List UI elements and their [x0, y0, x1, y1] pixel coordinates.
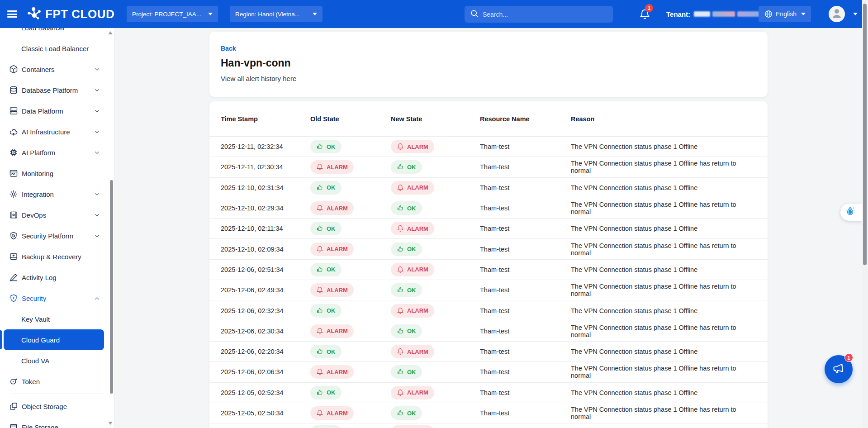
menu-icon[interactable]	[7, 10, 17, 18]
alarm-bell-icon	[397, 225, 404, 232]
sidebar-item-cloud-va[interactable]: Cloud VA	[0, 350, 114, 371]
sidebar-item-devops[interactable]: DevOps	[0, 204, 114, 225]
status-badge-ok: OK	[310, 345, 342, 358]
language-selector[interactable]: English	[759, 6, 811, 22]
search-box[interactable]	[465, 6, 613, 23]
topbar: FPT CLOUD Project: PROJECT_IAA... Region…	[0, 0, 868, 28]
fpt-cloud-logo[interactable]: FPT CLOUD	[26, 5, 114, 23]
page-scrollbar-thumb[interactable]	[863, 4, 867, 265]
cell-old-state: ALARM	[310, 406, 391, 420]
table-header: Time Stamp Old State New State Resource …	[209, 101, 768, 137]
assistant-widget[interactable]	[840, 204, 862, 221]
badge-label: OK	[407, 205, 416, 212]
sidebar-item-ai-platform[interactable]: AI Platform	[0, 142, 114, 163]
view-all-alert-history-link[interactable]: View all alert history here	[221, 75, 756, 82]
sidebar-item-key-vault[interactable]: Key Vault	[0, 309, 114, 329]
cell-old-state: OK	[310, 222, 391, 235]
sidebar-item-label: Security Platform	[22, 232, 73, 240]
sidebar-item-integration[interactable]: Integration	[0, 184, 114, 204]
badge-label: ALARM	[407, 389, 428, 396]
cell-old-state: ALARM	[310, 283, 391, 297]
cell-reason: The VPN Connection status phase 1 Offlin…	[571, 365, 756, 379]
sidebar-scroll-up-icon[interactable]	[108, 31, 113, 34]
water-drop-icon	[845, 206, 856, 219]
cell-reason: The VPN Connection status phase 1 Offlin…	[571, 201, 756, 215]
sidebar-item-token[interactable]: Token	[0, 371, 114, 392]
cell-reason: The VPN Connection status phase 1 Offlin…	[571, 242, 756, 257]
sidebar-item-containers[interactable]: Containers	[0, 59, 114, 80]
sidebar-item-data-platform[interactable]: Data Platform	[0, 100, 114, 121]
sidebar-item-object-storage[interactable]: Object Storage	[0, 396, 114, 417]
badge-label: ALARM	[407, 143, 428, 150]
cell-reason: The VPN Connection status phase 1 Offlin…	[571, 307, 756, 314]
table-row: 2025-12-06, 02:32:34OKALARMTham-testThe …	[209, 300, 768, 321]
sidebar-item-security[interactable]: Security	[0, 288, 114, 309]
status-badge-alarm: ALARM	[391, 386, 434, 399]
sidebar-scrollbar-thumb[interactable]	[110, 180, 113, 394]
user-avatar[interactable]	[829, 6, 845, 22]
cell-time-stamp: 2025-12-05, 02:50:34	[221, 409, 310, 417]
caret-down-icon[interactable]	[853, 13, 858, 15]
sidebar-item-ai-infrastructure[interactable]: AI Infrastructure	[0, 121, 114, 142]
cell-new-state: OK	[391, 406, 480, 420]
cell-new-state: OK	[391, 201, 480, 215]
chevron-down-icon	[92, 148, 101, 157]
alarm-bell-icon	[316, 246, 323, 253]
status-badge-ok: OK	[310, 181, 342, 195]
sidebar-item-label: File Storage	[22, 423, 58, 428]
sidebar-item-label: AI Platform	[22, 149, 55, 157]
badge-label: OK	[407, 164, 416, 171]
sidebar-scroll-down-icon[interactable]	[108, 422, 113, 425]
status-badge-alarm: ALARM	[391, 345, 434, 358]
page-title: Han-vpn-conn	[221, 57, 756, 69]
sidebar-item-security-platform[interactable]: Security Platform	[0, 225, 114, 246]
cell-old-state: ALARM	[310, 324, 391, 338]
alarm-bell-icon	[397, 348, 404, 355]
user-icon	[830, 6, 844, 22]
sidebar-item-cloud-guard[interactable]: Cloud Guard	[4, 329, 104, 350]
sidebar-item-database-platform[interactable]: Database Platform	[0, 80, 114, 100]
sidebar-item-file-storage[interactable]: File Storage	[0, 417, 114, 428]
announcements-button[interactable]: 1	[825, 355, 853, 383]
badge-label: OK	[327, 307, 336, 314]
cell-resource-name: Tham-test	[480, 163, 571, 171]
sidebar-item-backup-recovery[interactable]: Backup & Recovery	[0, 246, 114, 267]
badge-label: OK	[407, 328, 416, 334]
data-platform-icon	[9, 106, 18, 115]
back-link[interactable]: Back	[221, 45, 236, 52]
sidebar-item-monitoring[interactable]: Monitoring	[0, 163, 114, 184]
chevron-down-icon	[92, 231, 101, 240]
badge-label: ALARM	[327, 246, 348, 252]
cell-reason: The VPN Connection status phase 1 Offlin…	[571, 348, 756, 355]
status-badge-ok: OK	[391, 160, 422, 174]
sidebar-item-label: Data Platform	[22, 107, 63, 115]
alarm-bell-icon	[397, 307, 404, 314]
page-scrollbar[interactable]	[862, 0, 868, 428]
cell-new-state: ALARM	[391, 425, 480, 428]
cell-old-state: ALARM	[310, 365, 391, 379]
cell-reason: The VPN Connection status phase 1 Offlin…	[571, 143, 756, 150]
cell-time-stamp: 2025-12-06, 02:30:34	[221, 328, 310, 335]
sidebar-item-classic-load-balancer[interactable]: Classic Load Balancer	[0, 38, 114, 59]
devops-icon	[9, 210, 18, 219]
region-selector[interactable]: Region: Hanoi (Vietna...	[230, 6, 323, 22]
notifications-button[interactable]: 1	[639, 7, 655, 23]
cell-resource-name: Tham-test	[480, 348, 571, 355]
cell-reason: The VPN Connection status phase 1 Offlin…	[571, 406, 756, 420]
badge-label: OK	[407, 246, 416, 252]
search-input[interactable]	[483, 11, 607, 18]
cell-old-state: OK	[310, 345, 391, 358]
cell-new-state: ALARM	[391, 181, 480, 195]
cell-time-stamp: 2025-12-10, 02:09:34	[221, 246, 310, 253]
sidebar-item-load-balancer[interactable]: Load Balancer	[0, 28, 114, 38]
badge-label: ALARM	[327, 410, 348, 417]
badge-label: OK	[327, 225, 336, 232]
chevron-down-icon	[92, 190, 101, 199]
badge-label: ALARM	[407, 348, 428, 355]
project-selector[interactable]: Project: PROJECT_IAA...	[127, 6, 218, 22]
cell-old-state: OK	[310, 140, 391, 153]
badge-label: OK	[327, 143, 336, 150]
sidebar-item-label: Integration	[22, 190, 54, 198]
sidebar-menu: Load BalancerClassic Load BalancerContai…	[0, 28, 114, 428]
sidebar-item-activity-log[interactable]: Activity Log	[0, 267, 114, 288]
